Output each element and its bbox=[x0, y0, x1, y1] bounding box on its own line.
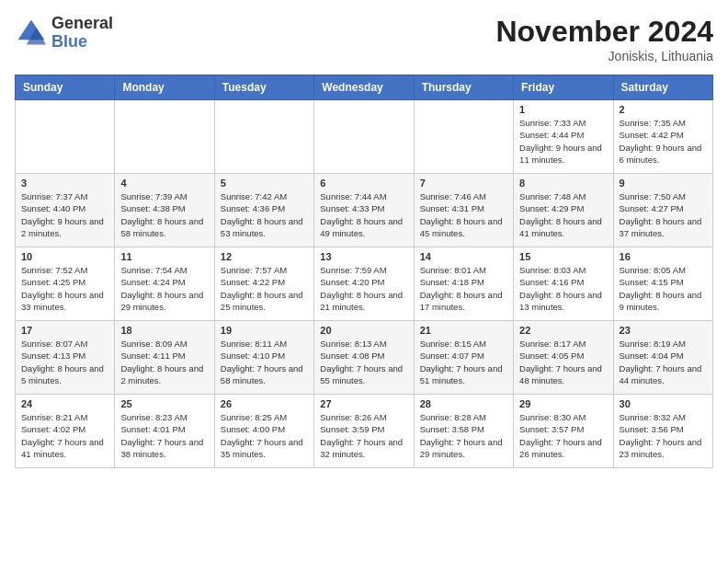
day-number: 26 bbox=[221, 398, 308, 409]
day-number: 28 bbox=[420, 398, 507, 409]
calendar-cell: 26Sunrise: 8:25 AM Sunset: 4:00 PM Dayli… bbox=[214, 395, 313, 468]
calendar-cell: 30Sunrise: 8:32 AM Sunset: 3:56 PM Dayli… bbox=[613, 395, 712, 468]
day-info: Sunrise: 8:13 AM Sunset: 4:08 PM Dayligh… bbox=[320, 338, 407, 386]
day-info: Sunrise: 7:33 AM Sunset: 4:44 PM Dayligh… bbox=[519, 117, 607, 166]
day-number: 18 bbox=[120, 325, 208, 336]
day-info: Sunrise: 7:52 AM Sunset: 4:25 PM Dayligh… bbox=[21, 264, 108, 313]
calendar-week-row: 3Sunrise: 7:37 AM Sunset: 4:40 PM Daylig… bbox=[16, 174, 713, 247]
day-info: Sunrise: 7:46 AM Sunset: 4:31 PM Dayligh… bbox=[420, 190, 507, 239]
logo: General Blue bbox=[15, 15, 113, 52]
day-info: Sunrise: 7:42 AM Sunset: 4:36 PM Dayligh… bbox=[221, 190, 308, 239]
day-info: Sunrise: 7:39 AM Sunset: 4:38 PM Dayligh… bbox=[120, 190, 208, 239]
day-number: 2 bbox=[620, 104, 707, 115]
day-info: Sunrise: 7:35 AM Sunset: 4:42 PM Dayligh… bbox=[620, 117, 707, 166]
calendar-cell: 9Sunrise: 7:50 AM Sunset: 4:27 PM Daylig… bbox=[613, 174, 712, 247]
day-info: Sunrise: 8:23 AM Sunset: 4:01 PM Dayligh… bbox=[120, 411, 208, 460]
calendar-cell bbox=[414, 100, 513, 174]
calendar-cell bbox=[314, 100, 414, 174]
day-number: 22 bbox=[519, 325, 607, 336]
day-info: Sunrise: 8:09 AM Sunset: 4:11 PM Dayligh… bbox=[120, 338, 208, 386]
day-info: Sunrise: 8:21 AM Sunset: 4:02 PM Dayligh… bbox=[21, 411, 108, 460]
day-number: 6 bbox=[320, 178, 407, 189]
day-of-week-header: Sunday bbox=[16, 75, 115, 100]
day-of-week-header: Tuesday bbox=[214, 75, 313, 100]
calendar-cell: 19Sunrise: 8:11 AM Sunset: 4:10 PM Dayli… bbox=[214, 321, 313, 395]
calendar-cell: 24Sunrise: 8:21 AM Sunset: 4:02 PM Dayli… bbox=[16, 395, 115, 468]
day-number: 15 bbox=[519, 251, 607, 262]
day-number: 21 bbox=[420, 325, 507, 336]
day-info: Sunrise: 8:15 AM Sunset: 4:07 PM Dayligh… bbox=[420, 338, 507, 386]
day-info: Sunrise: 8:05 AM Sunset: 4:15 PM Dayligh… bbox=[620, 264, 707, 313]
calendar-cell: 4Sunrise: 7:39 AM Sunset: 4:38 PM Daylig… bbox=[115, 174, 214, 247]
calendar-cell: 18Sunrise: 8:09 AM Sunset: 4:11 PM Dayli… bbox=[115, 321, 214, 395]
day-info: Sunrise: 7:48 AM Sunset: 4:29 PM Dayligh… bbox=[519, 190, 607, 239]
calendar-cell: 1Sunrise: 7:33 AM Sunset: 4:44 PM Daylig… bbox=[514, 100, 613, 174]
location: Joniskis, Lithuania bbox=[495, 49, 713, 63]
day-info: Sunrise: 8:28 AM Sunset: 3:58 PM Dayligh… bbox=[420, 411, 507, 460]
day-number: 24 bbox=[21, 398, 108, 409]
day-number: 9 bbox=[620, 178, 707, 189]
calendar-cell: 10Sunrise: 7:52 AM Sunset: 4:25 PM Dayli… bbox=[16, 247, 115, 321]
day-info: Sunrise: 7:54 AM Sunset: 4:24 PM Dayligh… bbox=[120, 264, 208, 313]
calendar-cell bbox=[214, 100, 313, 174]
day-number: 3 bbox=[21, 178, 108, 189]
day-info: Sunrise: 7:50 AM Sunset: 4:27 PM Dayligh… bbox=[620, 190, 707, 239]
calendar-cell: 15Sunrise: 8:03 AM Sunset: 4:16 PM Dayli… bbox=[514, 247, 613, 321]
calendar-table: SundayMondayTuesdayWednesdayThursdayFrid… bbox=[15, 75, 713, 468]
day-info: Sunrise: 8:32 AM Sunset: 3:56 PM Dayligh… bbox=[620, 411, 707, 460]
day-number: 20 bbox=[320, 325, 407, 336]
calendar-week-row: 10Sunrise: 7:52 AM Sunset: 4:25 PM Dayli… bbox=[16, 247, 713, 321]
day-info: Sunrise: 8:25 AM Sunset: 4:00 PM Dayligh… bbox=[221, 411, 308, 460]
day-number: 19 bbox=[221, 325, 308, 336]
calendar-cell: 2Sunrise: 7:35 AM Sunset: 4:42 PM Daylig… bbox=[613, 100, 712, 174]
day-number: 25 bbox=[120, 398, 208, 409]
day-number: 10 bbox=[21, 251, 108, 262]
day-info: Sunrise: 8:01 AM Sunset: 4:18 PM Dayligh… bbox=[420, 264, 507, 313]
calendar-cell: 25Sunrise: 8:23 AM Sunset: 4:01 PM Dayli… bbox=[115, 395, 214, 468]
day-number: 17 bbox=[21, 325, 108, 336]
day-number: 30 bbox=[620, 398, 707, 409]
day-number: 16 bbox=[620, 251, 707, 262]
day-number: 7 bbox=[420, 178, 507, 189]
calendar-cell: 23Sunrise: 8:19 AM Sunset: 4:04 PM Dayli… bbox=[613, 321, 712, 395]
calendar-cell bbox=[16, 100, 115, 174]
day-number: 27 bbox=[320, 398, 407, 409]
day-number: 8 bbox=[519, 178, 607, 189]
calendar-week-row: 24Sunrise: 8:21 AM Sunset: 4:02 PM Dayli… bbox=[16, 395, 713, 468]
calendar-cell: 7Sunrise: 7:46 AM Sunset: 4:31 PM Daylig… bbox=[414, 174, 513, 247]
day-info: Sunrise: 8:30 AM Sunset: 3:57 PM Dayligh… bbox=[519, 411, 607, 460]
day-of-week-header: Thursday bbox=[414, 75, 513, 100]
day-of-week-header: Friday bbox=[514, 75, 613, 100]
day-info: Sunrise: 8:03 AM Sunset: 4:16 PM Dayligh… bbox=[519, 264, 607, 313]
calendar-cell: 12Sunrise: 7:57 AM Sunset: 4:22 PM Dayli… bbox=[214, 247, 313, 321]
day-number: 29 bbox=[519, 398, 607, 409]
calendar-cell: 22Sunrise: 8:17 AM Sunset: 4:05 PM Dayli… bbox=[514, 321, 613, 395]
calendar-cell: 5Sunrise: 7:42 AM Sunset: 4:36 PM Daylig… bbox=[214, 174, 313, 247]
calendar-cell bbox=[115, 100, 214, 174]
day-info: Sunrise: 8:11 AM Sunset: 4:10 PM Dayligh… bbox=[221, 338, 308, 386]
title-block: November 2024 Joniskis, Lithuania bbox=[495, 15, 713, 63]
calendar-cell: 6Sunrise: 7:44 AM Sunset: 4:33 PM Daylig… bbox=[314, 174, 414, 247]
calendar-week-row: 17Sunrise: 8:07 AM Sunset: 4:13 PM Dayli… bbox=[16, 321, 713, 395]
calendar-cell: 28Sunrise: 8:28 AM Sunset: 3:58 PM Dayli… bbox=[414, 395, 513, 468]
day-info: Sunrise: 8:26 AM Sunset: 3:59 PM Dayligh… bbox=[320, 411, 407, 460]
day-info: Sunrise: 8:19 AM Sunset: 4:04 PM Dayligh… bbox=[620, 338, 707, 386]
logo-icon bbox=[15, 17, 48, 50]
day-number: 14 bbox=[420, 251, 507, 262]
calendar-cell: 11Sunrise: 7:54 AM Sunset: 4:24 PM Dayli… bbox=[115, 247, 214, 321]
day-info: Sunrise: 7:59 AM Sunset: 4:20 PM Dayligh… bbox=[320, 264, 407, 313]
calendar-cell: 13Sunrise: 7:59 AM Sunset: 4:20 PM Dayli… bbox=[314, 247, 414, 321]
calendar-week-row: 1Sunrise: 7:33 AM Sunset: 4:44 PM Daylig… bbox=[16, 100, 713, 174]
calendar-cell: 21Sunrise: 8:15 AM Sunset: 4:07 PM Dayli… bbox=[414, 321, 513, 395]
calendar-cell: 8Sunrise: 7:48 AM Sunset: 4:29 PM Daylig… bbox=[514, 174, 613, 247]
day-of-week-header: Saturday bbox=[613, 75, 712, 100]
day-info: Sunrise: 8:17 AM Sunset: 4:05 PM Dayligh… bbox=[519, 338, 607, 386]
day-number: 11 bbox=[120, 251, 208, 262]
month-title: November 2024 bbox=[495, 15, 713, 49]
day-number: 1 bbox=[519, 104, 607, 115]
day-info: Sunrise: 7:44 AM Sunset: 4:33 PM Dayligh… bbox=[320, 190, 407, 239]
calendar-cell: 3Sunrise: 7:37 AM Sunset: 4:40 PM Daylig… bbox=[16, 174, 115, 247]
page-header: General Blue November 2024 Joniskis, Lit… bbox=[15, 15, 713, 63]
day-number: 4 bbox=[120, 178, 208, 189]
calendar-cell: 29Sunrise: 8:30 AM Sunset: 3:57 PM Dayli… bbox=[514, 395, 613, 468]
